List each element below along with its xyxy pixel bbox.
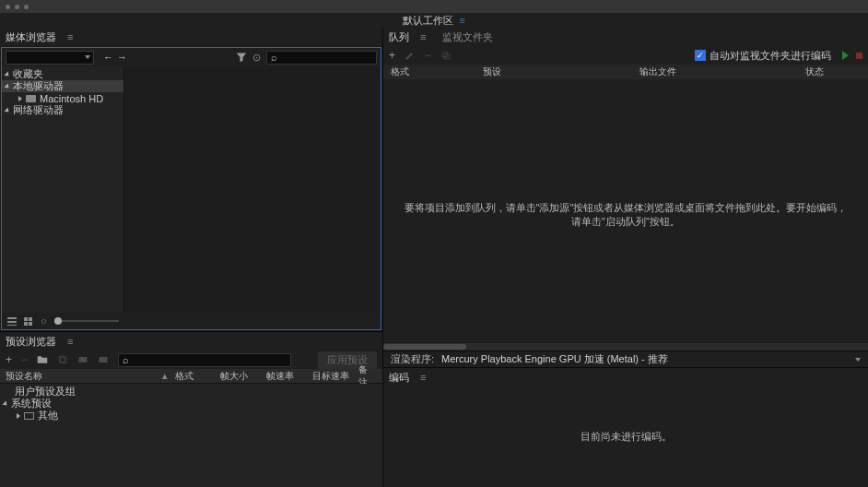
panel-menu-icon[interactable]: ≡ <box>67 336 73 347</box>
qcol-preset[interactable]: 预设 <box>483 65 639 78</box>
remove-item-icon: − <box>425 49 431 62</box>
list-view-icon[interactable] <box>7 317 17 326</box>
traffic-light-min[interactable] <box>15 5 19 9</box>
render-label: 渲染程序: <box>391 352 434 366</box>
titlebar <box>0 0 868 13</box>
media-browser-panel: ← → ⊙ ⌕ 收藏夹 本地驱动器 Macintosh HD 网络驱动器 <box>1 47 381 330</box>
qcol-status[interactable]: 状态 <box>805 65 824 78</box>
tree-user-presets[interactable]: 用户预设及组 <box>0 386 382 398</box>
watch-folder-tab[interactable]: 监视文件夹 <box>442 30 493 44</box>
search-icon[interactable]: ⊙ <box>252 52 261 64</box>
qcol-output[interactable]: 输出文件 <box>639 65 805 78</box>
col-frame-rate[interactable]: 帧速率 <box>266 370 312 383</box>
render-select[interactable]: Mercury Playback Engine GPU 加速 (Metal) -… <box>441 352 848 366</box>
queue-drop-area[interactable]: 要将项目添加到队列，请单击"添加源"按钮或者从媒体浏览器或桌面将文件拖到此处。要… <box>383 79 868 350</box>
monitor-icon <box>24 412 34 420</box>
workspace-label[interactable]: 默认工作区 <box>403 14 453 28</box>
traffic-light-max[interactable] <box>24 5 29 9</box>
media-toolbar: ← → ⊙ ⌕ <box>2 48 381 66</box>
col-format[interactable]: 格式 <box>175 370 221 383</box>
queue-hint: 要将项目添加到队列，请单击"添加源"按钮或者从媒体浏览器或桌面将文件拖到此处。要… <box>383 201 868 229</box>
render-row: 渲染程序: Mercury Playback Engine GPU 加速 (Me… <box>383 350 868 367</box>
preset-columns: 预设名称 ▴ 格式 帧大小 帧速率 目标速率 备注 <box>0 369 382 384</box>
preset-browser-panel: 预设浏览器 ≡ + − ⌕ 应用预设 预设名称 ▴ 格式 帧大小 帧速率 目标速… <box>0 331 382 487</box>
zoom-slider[interactable] <box>54 320 119 322</box>
auto-encode-checkbox[interactable]: ✓ <box>695 50 706 61</box>
nav-fwd-icon[interactable]: → <box>117 52 127 63</box>
media-tree[interactable]: 收藏夹 本地驱动器 Macintosh HD 网络驱动器 <box>2 66 124 313</box>
media-footer: ○ <box>2 313 381 329</box>
preset-browser-tab[interactable]: 预设浏览器 <box>6 335 56 349</box>
preset-import-icon <box>77 354 88 365</box>
encode-panel: 编码 ≡ 目前尚未进行编码。 <box>383 367 868 487</box>
chevron-down-icon[interactable] <box>855 358 861 362</box>
tree-network-drives[interactable]: 网络驱动器 <box>2 104 123 116</box>
qcol-format[interactable]: 格式 <box>391 65 483 78</box>
preset-tree[interactable]: 用户预设及组 系统预设 其他 <box>0 384 382 487</box>
traffic-light-close[interactable] <box>6 5 10 9</box>
media-browser-tab[interactable]: 媒体浏览器 <box>6 30 56 44</box>
queue-dup-icon <box>440 50 452 61</box>
add-source-icon[interactable]: + <box>389 49 395 62</box>
preset-export-icon <box>98 354 109 365</box>
queue-toolbar: + − ✓ 自动对监视文件夹进行编码 <box>383 46 868 65</box>
preset-search-input[interactable]: ⌕ <box>118 353 291 367</box>
nav-back-icon[interactable]: ← <box>103 52 113 63</box>
panel-menu-icon[interactable]: ≡ <box>67 31 73 42</box>
tree-local-drives[interactable]: 本地驱动器 <box>2 80 123 92</box>
encode-tab[interactable]: 编码 <box>389 371 409 385</box>
media-content-area[interactable] <box>124 66 381 313</box>
queue-columns: 格式 预设 输出文件 状态 <box>383 65 868 79</box>
col-target-rate[interactable]: 目标速率 <box>312 370 358 383</box>
encode-message: 目前尚未进行编码。 <box>581 430 672 444</box>
grid-view-icon[interactable] <box>24 317 33 326</box>
workspace-menu-icon[interactable]: ≡ <box>459 15 464 26</box>
drive-icon <box>26 95 36 102</box>
col-preset-name[interactable]: 预设名称 <box>6 370 171 383</box>
workspace-bar: 默认工作区 ≡ <box>0 13 868 28</box>
path-combo[interactable] <box>6 51 94 65</box>
filter-icon[interactable] <box>236 52 247 63</box>
queue-tab[interactable]: 队列 <box>389 30 409 44</box>
queue-edit-icon <box>405 50 416 61</box>
queue-header: 队列 ≡ 监视文件夹 <box>383 28 868 46</box>
stop-queue-button <box>856 53 862 59</box>
preset-toolbar: + − ⌕ 应用预设 <box>0 350 382 369</box>
col-frame-size[interactable]: 帧大小 <box>220 370 266 383</box>
media-search-input[interactable]: ⌕ <box>266 51 377 65</box>
tree-other-presets[interactable]: 其他 <box>0 410 382 422</box>
preset-dup-icon <box>57 354 68 365</box>
remove-preset-icon: − <box>21 353 28 366</box>
panel-menu-icon[interactable]: ≡ <box>420 31 426 42</box>
media-browser-header: 媒体浏览器 ≡ <box>0 28 382 46</box>
zoom-dot-icon: ○ <box>41 315 47 327</box>
panel-menu-icon[interactable]: ≡ <box>420 372 426 383</box>
add-preset-icon[interactable]: + <box>6 353 12 366</box>
preset-folder-icon[interactable] <box>37 354 48 365</box>
start-queue-button[interactable] <box>842 51 849 60</box>
encode-body: 目前尚未进行编码。 <box>383 386 868 487</box>
auto-encode-label: 自动对监视文件夹进行编码 <box>710 49 831 63</box>
queue-scrollbar[interactable] <box>383 343 868 350</box>
